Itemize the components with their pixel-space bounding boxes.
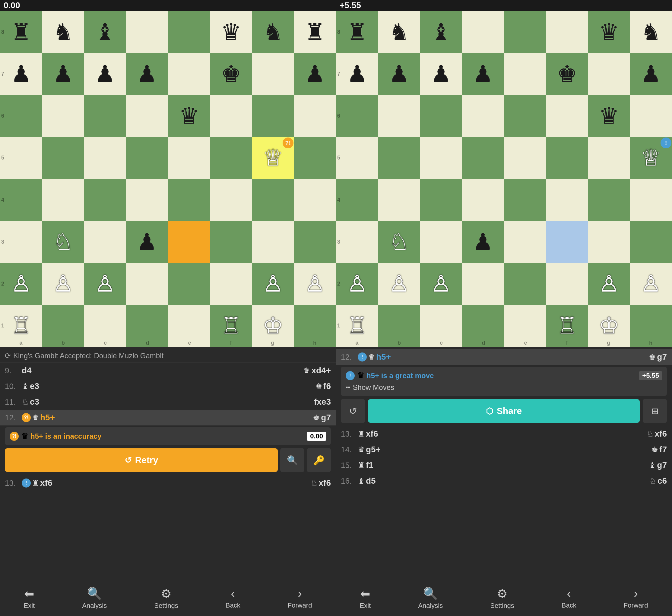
square-2-0: ♙ [336, 263, 378, 305]
left-board-grid: ♜♞♝♛♞♜♟♟♟♟♚♟♛♕?!♘♟♙♙♙♙♙♖♖♔ [0, 11, 336, 347]
monitor-button[interactable]: ⊞ [643, 399, 667, 423]
right-annotation-score: +5.55 [639, 371, 662, 380]
retry-button[interactable]: ↺ Retry [5, 448, 278, 472]
square-8-0: ♜ [0, 11, 42, 53]
square-3-2 [420, 221, 462, 263]
square-6-4 [504, 95, 546, 137]
zoom-button[interactable]: 🔍 [280, 448, 304, 472]
square-7-1: ♟ [42, 53, 84, 95]
square-4-7 [630, 179, 672, 221]
piece-badge-great: ! [661, 137, 671, 148]
square-3-4 [168, 221, 210, 263]
share-icon: ⬡ [486, 406, 493, 416]
square-3-3: ♟ [126, 221, 168, 263]
square-4-1 [378, 179, 420, 221]
refresh-icon: ↺ [349, 405, 357, 417]
settings-nav-left[interactable]: ⚙ Settings [148, 584, 184, 612]
square-5-3 [462, 137, 504, 179]
exit-icon-left: ⬅ [24, 587, 34, 601]
forward-nav-left[interactable]: › Forward [282, 584, 318, 612]
square-6-2 [84, 95, 126, 137]
right-annotation-badge: ! [346, 371, 355, 380]
move-row-12[interactable]: 12. ?! ♛ h5+ ♚ g7 [0, 410, 336, 425]
piece: ♛ [599, 21, 619, 43]
square-3-5 [546, 221, 588, 263]
square-2-5 [546, 263, 588, 305]
move-row-13-left[interactable]: 13. ! ♜ xf6 ♘ xf6 [0, 475, 336, 491]
move-row-13-right[interactable]: 13. ♜ xf6 ♘ xf6 [336, 426, 672, 442]
square-8-4 [504, 11, 546, 53]
square-2-4 [504, 263, 546, 305]
square-8-7: ♜ [294, 11, 336, 53]
current-move-row-12[interactable]: 12. ! ♛ h5+ ♚ g7 [336, 349, 672, 365]
exit-nav-right[interactable]: ⬅ Exit [354, 584, 377, 612]
share-button[interactable]: ⬡ Share [368, 399, 640, 423]
piece: ♛ [221, 21, 241, 43]
move-row-9[interactable]: 9. d4 ♛ xd4+ [0, 363, 336, 378]
analysis-icon-right: 🔍 [423, 586, 438, 601]
move-row-10[interactable]: 10. ♝ e3 ♚ f6 [0, 378, 336, 394]
square-5-0 [336, 137, 378, 179]
square-4-0 [336, 179, 378, 221]
move-row-11[interactable]: 11. ♘ c3 fxe3 [0, 394, 336, 410]
settings-nav-right[interactable]: ⚙ Settings [484, 584, 520, 612]
analysis-icon-left: 🔍 [87, 586, 102, 601]
square-4-4 [504, 179, 546, 221]
key-button[interactable]: 🔑 [307, 448, 331, 472]
back-nav-right[interactable]: ‹ Back [556, 584, 582, 612]
forward-nav-right[interactable]: › Forward [618, 584, 654, 612]
square-1-3 [126, 305, 168, 347]
square-8-6: ♛ [588, 11, 630, 53]
square-2-4 [168, 263, 210, 305]
square-7-7: ♟ [630, 53, 672, 95]
move-row-15-right[interactable]: 15. ♜ f1 ♝ g7 [336, 457, 672, 473]
square-2-2: ♙ [84, 263, 126, 305]
show-moves-row[interactable]: ▪▪ Show Moves [346, 383, 662, 392]
square-8-5 [546, 11, 588, 53]
square-5-2 [420, 137, 462, 179]
right-eval-bar: +5.55 [336, 0, 672, 11]
piece: ♚ [221, 62, 241, 85]
piece: ♖ [221, 314, 241, 337]
square-2-6: ♙ [588, 263, 630, 305]
piece: ♙ [431, 272, 451, 295]
piece: ♝ [95, 21, 115, 43]
refresh-button[interactable]: ↺ [341, 399, 365, 423]
piece: ♙ [11, 272, 31, 295]
square-7-1: ♟ [378, 53, 420, 95]
piece: ♕ [263, 146, 283, 169]
square-3-0 [336, 221, 378, 263]
analysis-nav-right[interactable]: 🔍 Analysis [412, 584, 449, 612]
right-chess-board: ♜♞♝♛♞♟♟♟♟♚♟♛♕!♘♟♙♙♙♙♙♖♖♔ 87654321 abcdef… [336, 11, 672, 347]
square-5-2 [84, 137, 126, 179]
square-1-5: ♖ [546, 305, 588, 347]
square-6-3 [126, 95, 168, 137]
square-8-2: ♝ [84, 11, 126, 53]
opening-icon: ⟳ [5, 352, 11, 360]
left-eval-score: 0.00 [4, 1, 20, 10]
square-5-1 [378, 137, 420, 179]
left-annotation-box: ?! ♛ h5+ is an inaccuracy 0.00 [5, 427, 331, 445]
analysis-nav-left[interactable]: 🔍 Analysis [76, 584, 113, 612]
exit-nav-left[interactable]: ⬅ Exit [18, 584, 41, 612]
square-2-2: ♙ [420, 263, 462, 305]
square-1-4 [504, 305, 546, 347]
square-6-4: ♛ [168, 95, 210, 137]
square-7-0: ♟ [336, 53, 378, 95]
piece: ♛ [179, 104, 199, 127]
back-nav-left[interactable]: ‹ Back [219, 584, 246, 612]
right-panel: +5.55 ♜♞♝♛♞♟♟♟♟♚♟♛♕!♘♟♙♙♙♙♙♖♖♔ 87654321 … [336, 0, 672, 616]
retry-refresh-icon: ↺ [125, 455, 131, 465]
square-5-7: ♕! [630, 137, 672, 179]
square-2-7: ♙ [294, 263, 336, 305]
square-6-0 [336, 95, 378, 137]
square-4-7 [294, 179, 336, 221]
square-4-4 [168, 179, 210, 221]
move-row-16-right[interactable]: 16. ♝ d5 ♘ c6 [336, 473, 672, 489]
square-8-6: ♞ [252, 11, 294, 53]
piece: ♙ [53, 272, 73, 295]
move-row-14-right[interactable]: 14. ♛ g5+ ♚ f7 [336, 442, 672, 457]
square-7-4 [168, 53, 210, 95]
annotation-score: 0.00 [307, 432, 326, 441]
square-4-3 [126, 179, 168, 221]
